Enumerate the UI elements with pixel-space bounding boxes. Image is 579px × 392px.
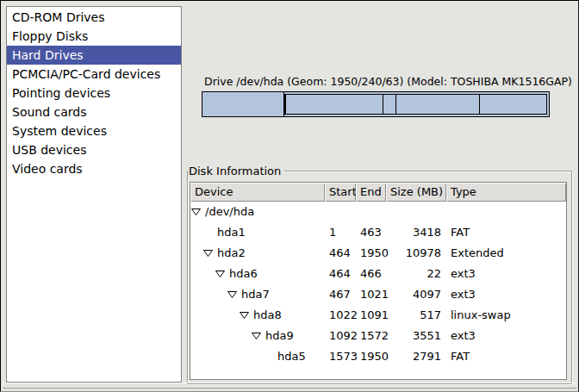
partition-segment-hda7 bbox=[286, 95, 383, 114]
disk-information-label: Disk Information bbox=[188, 164, 284, 178]
type-value: ext3 bbox=[446, 264, 566, 284]
table-row-dev-hda[interactable]: /dev/hda bbox=[190, 202, 566, 222]
size-value: 4097 bbox=[386, 284, 446, 305]
end-value bbox=[356, 202, 386, 222]
start-value: 1092 bbox=[325, 326, 356, 346]
expander-icon[interactable] bbox=[203, 250, 217, 257]
expander-icon[interactable] bbox=[215, 271, 229, 277]
type-value: FAT bbox=[446, 346, 566, 367]
expander-icon[interactable] bbox=[191, 208, 205, 215]
start-value: 464 bbox=[325, 243, 356, 264]
device-name: /dev/hda bbox=[205, 202, 254, 222]
device-name: hda9 bbox=[265, 326, 294, 346]
sidebar-item-cd-rom-drives[interactable]: CD-ROM Drives bbox=[7, 8, 181, 27]
size-value: 2791 bbox=[386, 346, 446, 367]
device-name: hda2 bbox=[217, 243, 246, 264]
device-name: hda8 bbox=[253, 305, 282, 326]
expander-icon[interactable] bbox=[240, 312, 253, 319]
extended-partition-area bbox=[284, 92, 549, 116]
disk-information-table: Device Start End Size (MB) Type /dev/hda… bbox=[190, 182, 567, 380]
start-value: 1 bbox=[325, 222, 356, 243]
size-value: 3418 bbox=[386, 222, 446, 243]
type-value: linux-swap bbox=[446, 305, 566, 326]
extended-partition-box bbox=[284, 94, 547, 115]
table-row-hda9[interactable]: hda9 1092 1572 3551 ext3 bbox=[190, 326, 566, 346]
type-value: FAT bbox=[446, 222, 566, 243]
column-header-device[interactable]: Device bbox=[190, 183, 325, 202]
start-value: 1573 bbox=[325, 346, 356, 367]
end-value: 1950 bbox=[356, 346, 386, 367]
partition-segment-hda9 bbox=[396, 95, 481, 114]
end-value: 463 bbox=[356, 222, 386, 243]
size-value: 517 bbox=[386, 305, 446, 326]
table-row-hda8[interactable]: hda8 1022 1091 517 linux-swap bbox=[190, 305, 566, 326]
type-value bbox=[446, 202, 566, 222]
size-value: 22 bbox=[386, 264, 446, 284]
start-value bbox=[325, 202, 356, 222]
device-name: hda5 bbox=[277, 346, 306, 367]
table-header-row: Device Start End Size (MB) Type bbox=[190, 183, 566, 202]
sidebar-item-video-cards[interactable]: Video cards bbox=[7, 159, 181, 178]
device-category-list: CD-ROM Drives Floppy Disks Hard Drives P… bbox=[6, 6, 182, 383]
start-value: 467 bbox=[325, 284, 356, 305]
table-row-hda5[interactable]: hda5 1573 1950 2791 FAT bbox=[190, 346, 566, 367]
expander-icon[interactable] bbox=[252, 333, 265, 339]
window-bottom-bevel bbox=[3, 383, 576, 389]
hardware-browser-window: CD-ROM Drives Floppy Disks Hard Drives P… bbox=[0, 0, 579, 392]
column-header-type[interactable]: Type bbox=[446, 183, 566, 202]
partition-segment-hda5 bbox=[480, 95, 546, 114]
sidebar-item-sound-cards[interactable]: Sound cards bbox=[7, 103, 181, 121]
partition-bar bbox=[202, 91, 550, 117]
size-value: 10978 bbox=[386, 243, 446, 264]
type-value: ext3 bbox=[446, 284, 566, 305]
column-header-end[interactable]: End bbox=[356, 183, 386, 202]
partition-segment-hda8 bbox=[383, 95, 395, 114]
sidebar-item-usb-devices[interactable]: USB devices bbox=[7, 140, 181, 159]
table-row-hda2[interactable]: hda2 464 1950 10978 Extended bbox=[190, 243, 566, 264]
size-value: 3551 bbox=[386, 326, 446, 346]
size-value bbox=[386, 202, 446, 222]
disk-information-groupbox: Disk Information Device Start End Size (… bbox=[187, 171, 572, 384]
sidebar-item-hard-drives[interactable]: Hard Drives bbox=[7, 46, 181, 65]
start-value: 1022 bbox=[325, 305, 356, 326]
sidebar-item-pcmcia-devices[interactable]: PCMCIA/PC-Card devices bbox=[7, 65, 181, 84]
sidebar-item-floppy-disks[interactable]: Floppy Disks bbox=[7, 27, 181, 46]
table-row-hda1[interactable]: hda1 1 463 3418 FAT bbox=[190, 222, 566, 243]
sidebar-item-system-devices[interactable]: System devices bbox=[7, 121, 181, 140]
end-value: 1572 bbox=[356, 326, 386, 346]
sidebar-item-pointing-devices[interactable]: Pointing devices bbox=[7, 84, 181, 103]
end-value: 1021 bbox=[356, 284, 386, 305]
column-header-size[interactable]: Size (MB) bbox=[386, 183, 446, 202]
start-value: 464 bbox=[325, 264, 356, 284]
drive-description-label: Drive /dev/hda (Geom: 1950/240/63) (Mode… bbox=[204, 75, 572, 88]
end-value: 466 bbox=[356, 264, 386, 284]
column-header-start[interactable]: Start bbox=[325, 183, 356, 202]
partition-segment-hda1 bbox=[202, 92, 284, 116]
expander-icon[interactable] bbox=[227, 291, 241, 298]
type-value: ext3 bbox=[446, 326, 566, 346]
device-name: hda7 bbox=[241, 284, 270, 305]
type-value: Extended bbox=[446, 243, 566, 264]
table-row-hda7[interactable]: hda7 467 1021 4097 ext3 bbox=[190, 284, 566, 305]
end-value: 1950 bbox=[356, 243, 386, 264]
device-name: hda6 bbox=[229, 264, 258, 284]
device-name: hda1 bbox=[217, 222, 246, 243]
end-value: 1091 bbox=[356, 305, 386, 326]
table-row-hda6[interactable]: hda6 464 466 22 ext3 bbox=[190, 264, 566, 284]
